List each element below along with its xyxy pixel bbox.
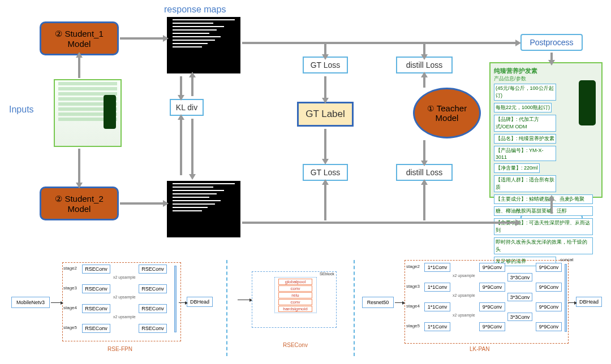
arrow xyxy=(78,57,80,78)
resnet-box: Resnet50 xyxy=(362,297,394,308)
response-map-2 xyxy=(167,181,240,237)
student-1-model: ② Student_1 Model xyxy=(40,21,119,55)
conv-box: 3*3Conv xyxy=(507,293,532,301)
rseconv-box: RSEConv xyxy=(82,304,110,313)
rseconv-box: RSEConv xyxy=(139,304,167,313)
conv-box: 3*3Conv xyxy=(507,273,532,281)
arrow xyxy=(242,222,517,224)
conv-box: 3*3Conv xyxy=(507,313,532,321)
rseconv-caption: RSEConv xyxy=(283,342,308,348)
conv-box: 9*9Conv xyxy=(536,322,562,331)
arrow xyxy=(120,37,164,40)
mobilenet-box: MobileNetv3 xyxy=(11,297,50,308)
rseconv-box: RSEConv xyxy=(82,284,110,293)
rseconv-box: RSEConv xyxy=(82,324,110,333)
rseconv-box: RSEConv xyxy=(139,324,167,333)
circled-1: ① xyxy=(427,104,434,113)
arrow xyxy=(423,184,425,220)
response-map-1 xyxy=(167,17,240,73)
arrow xyxy=(78,149,80,184)
arrow xyxy=(179,302,186,303)
separator xyxy=(226,260,227,356)
bottle-icon xyxy=(579,80,596,125)
arrow xyxy=(242,42,517,44)
arrow xyxy=(238,300,250,300)
top-diagram: Inputs response maps ② Student_1 Model ②… xyxy=(0,0,611,249)
arrow xyxy=(550,200,553,214)
gt-loss-box-2: GT Loss xyxy=(303,164,348,181)
conv-box: 1*1Conv xyxy=(424,283,450,292)
kl-div-box: KL div xyxy=(170,99,204,116)
arrow xyxy=(423,140,425,162)
arrow xyxy=(395,302,403,303)
bottom-diagrams: MobileNetv3 stage2 stage3 stage4 stage5 … xyxy=(0,254,611,364)
arrow xyxy=(324,184,326,220)
arrow xyxy=(550,53,553,61)
dbhead-box: DBHead xyxy=(576,297,602,307)
arrow xyxy=(180,119,182,175)
teacher-model: ① Teacher Model xyxy=(413,88,481,138)
concat-bar xyxy=(565,264,567,332)
inputs-label: Inputs xyxy=(9,105,34,115)
separator xyxy=(354,260,355,356)
arrow xyxy=(191,119,193,175)
rse-fpn-caption: RSE-FPN xyxy=(107,346,132,352)
rseconv-box: RSEConv xyxy=(139,265,167,274)
arrow xyxy=(324,44,326,55)
arrow xyxy=(180,76,182,96)
concat-bar xyxy=(174,266,177,332)
gt-label-box: GT Label xyxy=(297,102,354,127)
arrow xyxy=(324,76,326,99)
circled-2: ② xyxy=(55,194,62,203)
seblock-label: SEblock xyxy=(320,272,334,276)
output-title: 纯臻营养护发素 xyxy=(494,67,598,75)
arrow xyxy=(51,302,61,303)
arrow xyxy=(423,44,425,55)
conv-box: 9*9Conv xyxy=(536,302,562,311)
conv-box: 9*9Conv xyxy=(536,283,562,292)
input-image xyxy=(54,79,122,147)
conv-box: 1*1Conv xyxy=(424,322,450,331)
bottle-icon xyxy=(104,95,116,129)
arrow xyxy=(423,76,425,88)
conv-box: 9*9Conv xyxy=(536,263,562,272)
postprocess-box-1: Postprocess xyxy=(520,34,583,51)
arrow xyxy=(568,302,575,303)
lkpan-caption: LK-PAN xyxy=(470,346,489,352)
arrow xyxy=(120,202,164,205)
conv-box: 1*1Conv xyxy=(424,302,450,311)
arrow xyxy=(191,76,193,96)
conv-box: 9*9Conv xyxy=(479,302,505,311)
conv-box: 9*9Conv xyxy=(479,322,505,331)
conv-box: 1*1Conv xyxy=(424,263,450,272)
conv-box: 9*9Conv xyxy=(479,263,505,272)
distill-loss-box-2: distill Loss xyxy=(396,164,453,181)
rseconv-box: RSEConv xyxy=(139,284,167,293)
rseconv-box: RSEConv xyxy=(82,265,110,274)
conv-box: 9*9Conv xyxy=(479,283,505,292)
arrow xyxy=(324,129,326,160)
response-maps-label: response maps xyxy=(164,5,226,15)
output-card: 纯臻营养护发素 产品信息/参数 (45元/每公斤，100公斤起订) 每瓶22元，… xyxy=(489,62,603,198)
student-2-model: ② Student_2 Model xyxy=(40,187,119,220)
dbhead-box: DBHead xyxy=(187,297,213,307)
circled-2: ② xyxy=(55,29,62,38)
